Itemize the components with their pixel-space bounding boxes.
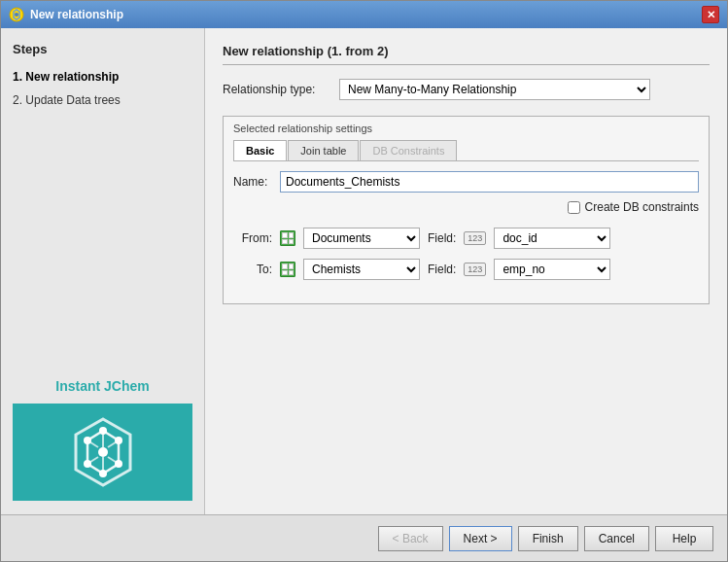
- button-bar: < Back Next > Finish Cancel Help: [1, 514, 727, 561]
- step-1-number: 1.: [13, 70, 25, 84]
- right-panel: New relationship (1. from 2) Relationshi…: [205, 28, 727, 514]
- from-field-label: Field:: [428, 231, 456, 245]
- step-2-number: 2.: [13, 93, 25, 107]
- from-label: From:: [233, 231, 272, 245]
- create-db-label: Create DB constraints: [585, 200, 699, 214]
- to-field-type-icon: 123: [464, 263, 486, 276]
- svg-point-1: [15, 13, 18, 17]
- settings-group: Selected relationship settings Basic Joi…: [223, 116, 710, 304]
- to-table-icon: [280, 262, 295, 277]
- dialog-window: New relationship ✕ Steps 1. New relation…: [0, 0, 728, 562]
- cancel-button[interactable]: Cancel: [584, 526, 649, 551]
- step-1: 1. New relationship: [13, 68, 192, 86]
- to-field-label: Field:: [428, 263, 456, 276]
- group-legend: Selected relationship settings: [233, 117, 699, 134]
- main-content: Steps 1. New relationship 2. Update Data…: [1, 28, 727, 514]
- to-row: To: Chemists Field: 123: [233, 259, 699, 280]
- panel-title: New relationship (1. from 2): [223, 44, 710, 65]
- name-label: Name:: [233, 175, 280, 189]
- name-input[interactable]: [280, 171, 699, 193]
- close-button[interactable]: ✕: [702, 6, 719, 23]
- tab-join-table[interactable]: Join table: [288, 140, 359, 160]
- step-2-label: Update Data trees: [25, 93, 120, 107]
- step-2: 2. Update Data trees: [13, 91, 192, 109]
- dialog-title: New relationship: [30, 8, 123, 21]
- from-row: From: Documents Field: 123: [233, 228, 699, 249]
- brand-name: Instant JChem: [13, 378, 192, 404]
- from-field-type-icon: 123: [464, 231, 486, 245]
- title-bar-left: New relationship: [9, 7, 123, 22]
- left-panel: Steps 1. New relationship 2. Update Data…: [1, 28, 205, 514]
- tab-bar: Basic Join table DB Constraints: [233, 140, 699, 161]
- name-row: Name:: [233, 171, 699, 193]
- tab-basic[interactable]: Basic: [233, 140, 287, 160]
- from-field-select[interactable]: doc_id: [494, 228, 610, 249]
- steps-title: Steps: [13, 42, 192, 56]
- to-label: To:: [233, 263, 272, 276]
- brand-logo: [64, 413, 142, 491]
- relationship-type-row: Relationship type: New Many-to-Many Rela…: [223, 79, 710, 100]
- logo-area: [13, 404, 192, 501]
- from-table-icon: [280, 230, 295, 246]
- create-db-row: Create DB constraints: [233, 200, 699, 214]
- relationship-type-select[interactable]: New Many-to-Many Relationship: [339, 79, 650, 100]
- from-table-select[interactable]: Documents: [303, 228, 420, 249]
- step-1-label: New relationship: [25, 70, 119, 84]
- dialog-icon: [9, 7, 24, 22]
- create-db-checkbox[interactable]: [568, 201, 580, 214]
- relationship-type-label: Relationship type:: [223, 83, 339, 96]
- to-table-select[interactable]: Chemists: [303, 259, 420, 280]
- title-bar: New relationship ✕: [1, 1, 727, 28]
- finish-button[interactable]: Finish: [518, 526, 578, 551]
- svg-point-4: [98, 447, 108, 457]
- tab-db-constraints: DB Constraints: [360, 140, 457, 160]
- back-button[interactable]: < Back: [378, 526, 443, 551]
- to-field-select[interactable]: emp_no: [494, 259, 610, 280]
- next-button[interactable]: Next >: [449, 526, 512, 551]
- help-button[interactable]: Help: [655, 526, 713, 551]
